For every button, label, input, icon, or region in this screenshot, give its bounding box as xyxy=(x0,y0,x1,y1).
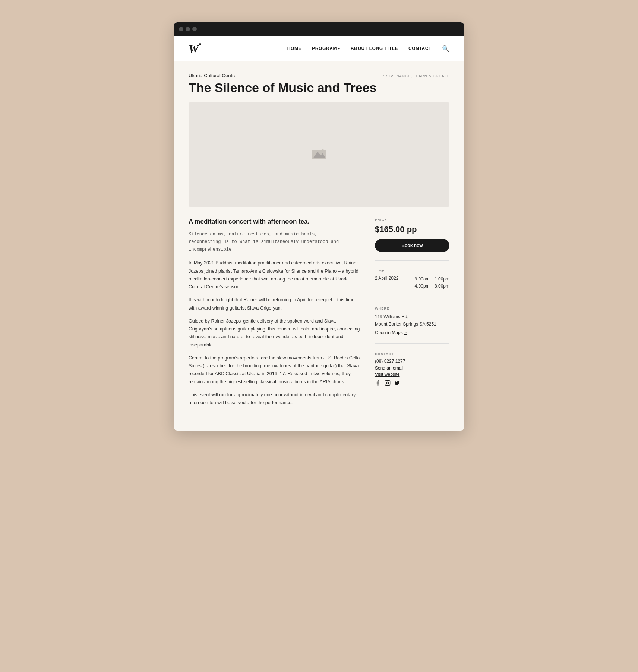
nav-home[interactable]: HOME xyxy=(287,46,301,51)
time-slot-2: 4.00pm – 8.00pm xyxy=(415,283,449,290)
website-link[interactable]: Visit website xyxy=(375,372,449,377)
contact-phone: (08) 8227 1277 xyxy=(375,359,449,364)
social-icons xyxy=(375,380,449,387)
where-label: WHERE xyxy=(375,307,449,310)
address-line-2: Mount Barker Springs SA 5251 xyxy=(375,321,436,327)
content-columns: A meditation concert with afternoon tea.… xyxy=(189,218,449,412)
external-link-icon: ↗ xyxy=(404,330,407,335)
svg-point-2 xyxy=(321,149,324,152)
event-body-2: It is with much delight that Rainer will… xyxy=(189,296,360,312)
nav-about[interactable]: ABOUT LONG TITLE xyxy=(351,46,398,51)
event-body-4: Central to the program's repertoire are … xyxy=(189,354,360,386)
title-block: Ukaria Cultural Centre The Silence of Mu… xyxy=(189,73,377,95)
address-line-1: 119 Williams Rd, xyxy=(375,314,408,319)
event-date: 2 April 2022 xyxy=(375,276,398,281)
contact-label: CONTACT xyxy=(375,352,449,356)
time-slot-1: 9.00am – 1.00pm xyxy=(415,276,449,283)
contact-section: CONTACT (08) 8227 1277 Send an email Vis… xyxy=(375,352,449,395)
price-label: PRICE xyxy=(375,218,449,222)
price-display: $165.00 pp xyxy=(375,225,449,234)
event-times: 9.00am – 1.00pm 4.00pm – 8.00pm xyxy=(415,276,449,290)
main-column: A meditation concert with afternoon tea.… xyxy=(189,218,360,412)
where-section: WHERE 119 Williams Rd, Mount Barker Spri… xyxy=(375,307,449,343)
browser-dot-maximize xyxy=(192,27,197,31)
event-body-3: Guided by Rainer Jozeps' gentle delivery… xyxy=(189,317,360,349)
browser-window: W HOME PROGRAM ABOUT LONG TITLE CONTACT … xyxy=(174,22,464,431)
browser-dot-close xyxy=(179,27,183,31)
main-nav: HOME PROGRAM ABOUT LONG TITLE CONTACT 🔍 xyxy=(287,45,449,52)
facebook-icon[interactable] xyxy=(375,380,382,387)
event-body-1: In May 2021 Buddhist meditation practiti… xyxy=(189,259,360,291)
logo[interactable]: W xyxy=(189,42,198,54)
nav-program[interactable]: PROGRAM xyxy=(312,46,340,51)
event-tags: PROVENANCE, LEARN & CREATE xyxy=(382,74,449,78)
site-header: W HOME PROGRAM ABOUT LONG TITLE CONTACT … xyxy=(174,36,464,61)
nav-contact[interactable]: CONTACT xyxy=(408,46,432,51)
venue-name: Ukaria Cultural Centre xyxy=(189,73,377,78)
email-link[interactable]: Send an email xyxy=(375,365,449,371)
event-body-5: This event will run for approximately on… xyxy=(189,391,360,407)
event-intro: Silence calms, nature restores, and musi… xyxy=(189,231,360,253)
svg-point-4 xyxy=(386,382,388,384)
book-button[interactable]: Book now xyxy=(375,239,449,252)
time-section: TIME 2 April 2022 9.00am – 1.00pm 4.00pm… xyxy=(375,269,449,298)
event-tagline: A meditation concert with afternoon tea. xyxy=(189,218,360,225)
svg-point-5 xyxy=(389,381,389,382)
svg-rect-3 xyxy=(385,380,390,385)
main-content: Ukaria Cultural Centre The Silence of Mu… xyxy=(174,61,464,431)
address: 119 Williams Rd, Mount Barker Springs SA… xyxy=(375,313,449,327)
sidebar: PRICE $165.00 pp Book now TIME 2 April 2… xyxy=(375,218,449,412)
twitter-icon[interactable] xyxy=(394,380,401,387)
browser-dot-minimize xyxy=(186,27,190,31)
logo-dot xyxy=(199,43,201,45)
map-link[interactable]: Open in Maps ↗ xyxy=(375,330,449,335)
image-placeholder-icon xyxy=(312,147,326,162)
event-image xyxy=(189,102,449,207)
browser-bar xyxy=(174,22,464,36)
price-section: PRICE $165.00 pp Book now xyxy=(375,218,449,261)
page-title: The Silence of Music and Trees xyxy=(189,80,377,95)
title-row: Ukaria Cultural Centre The Silence of Mu… xyxy=(189,73,449,95)
search-icon[interactable]: 🔍 xyxy=(442,45,449,52)
time-row: 2 April 2022 9.00am – 1.00pm 4.00pm – 8.… xyxy=(375,276,449,290)
time-label: TIME xyxy=(375,269,449,273)
instagram-icon[interactable] xyxy=(385,380,391,387)
